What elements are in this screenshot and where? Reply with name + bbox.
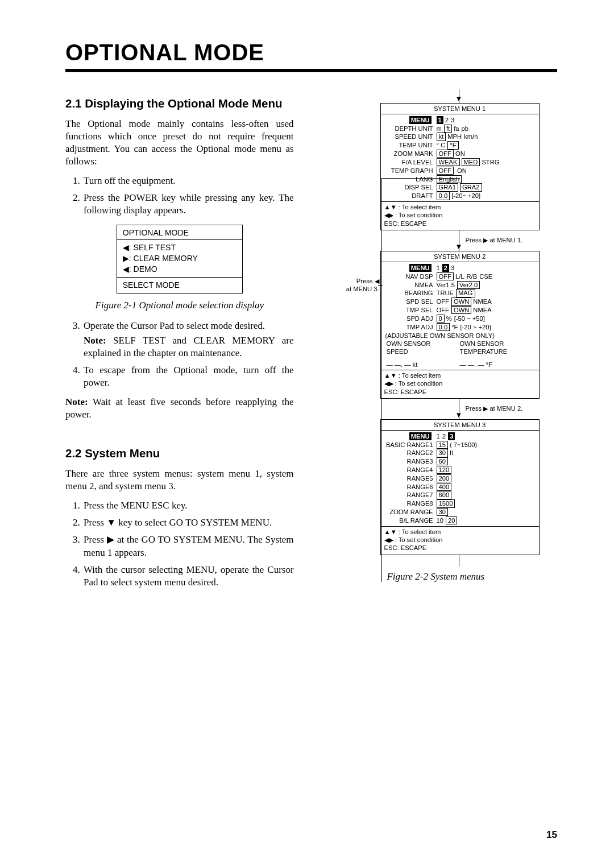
menu-row-label: RANGE2 [383,449,437,457]
menu-row: MENU123 [383,264,537,272]
step-2-2-2: Press ▼ key to select GO TO SYSTEM MENU. [82,516,294,529]
menu-row-label: TMP ADJ [383,323,437,331]
menu-value: OFF [437,167,454,175]
down-arrow-icon: ▼ [106,517,116,528]
menu-value: 200 [437,474,452,482]
menu-row: SPEED UNITktMPHkm/h [383,133,537,140]
menu-row: BASIC RANGE115( 7~1500) [383,441,537,449]
menu-row-values: OFFOWNNMEA [437,306,537,314]
connector-label-1: Press ▶ at MENU 1. [466,236,523,244]
menu-value: ft [450,449,453,456]
menu-row-values: 0%[-50 ~ +50] [437,315,537,323]
menu-row-label: DISP SEL [383,183,437,191]
menu-value: m [437,125,442,132]
menu-row-values: OFFON [437,150,537,158]
section-2-1-note: Note: Wait at least five seconds before … [65,396,294,421]
menu-row: TEMP UNIT° C°F [383,141,537,149]
menu-row-values: 30 [437,508,537,516]
menu-value: NMEA [473,307,491,313]
menu-value: km/h [464,133,478,140]
menu-value: 3 [451,117,454,123]
system-menu-2: SYSTEM MENU 2 MENU123NAV DSPOFFL/LR/BCSE… [380,251,540,399]
menu-value: WEAK [437,158,460,166]
menu-row-label: RANGE3 [383,457,437,465]
section-2-1-heading: 2.1 Displaying the Optional Mode Menu [65,96,294,111]
section-2-2-steps: Press the MENU ESC key. Press ▼ key to s… [65,499,294,589]
menu-row: ZOOM MARKOFFON [383,150,537,158]
menu-row-label: MENU [383,264,437,272]
menu-row-label: TMP SEL [383,306,437,314]
menu-value: kt [437,133,446,140]
menu-value: [-20 ~ +20] [460,324,491,330]
menu-value: L/L [455,273,464,280]
menu-row: RANGE6400 [383,483,537,491]
menu-row: B/L RANGE1020 [383,516,537,524]
menu-row-values: OFFOWNNMEA [437,297,537,305]
chapter-title: OPTIONAL MODE [65,40,557,65]
menu-value: 600 [437,491,452,499]
menu-row-values: GRA1GRA2 [437,183,537,191]
menu-value: 1 [437,264,440,271]
menu-value: STRG [482,159,499,166]
system-menu-1: SYSTEM MENU 1 MENU123DEPTH UNITmftfapbSP… [380,103,540,230]
menu-row-label: RANGE5 [383,474,437,482]
menu-row: DISP SELGRA1GRA2 [383,183,537,191]
menu-row: RANGE7600 [383,491,537,499]
menu-row: LANGEnglish [383,175,537,183]
menu-row-values: 123 [437,116,537,124]
menu-row-label: TEMP GRAPH [383,167,437,175]
menu-row-label: NAV DSP [383,272,437,280]
system-menu-2-title: SYSTEM MENU 2 [381,251,539,262]
menu-row: ZOOM RANGE30 [383,508,537,516]
menu-row: RANGE4120 [383,466,537,474]
menu-row-values: 123 [437,264,537,272]
menu-value: 2 [442,264,449,272]
menu-row: SPD ADJ0%[-50 ~ +50] [383,315,537,323]
updown-arrow-icon: ▲▼ [384,528,397,535]
menu-row-label: MENU [383,116,437,124]
menu-row: TMP ADJ0.0°F[-20 ~ +20] [383,323,537,331]
menu-value: 120 [437,466,452,474]
menu-row-values: English [437,175,537,183]
menu-value: °F [447,141,458,149]
system-menu-3: SYSTEM MENU 3 MENU123BASIC RANGE115( 7~1… [380,419,540,555]
updown-arrow-icon: ▲▼ [384,372,397,379]
menu-row-values: Ver1.5Ver2.0 [437,281,537,289]
optional-mode-title: OPTIONAL MODE [117,225,242,239]
system-menu-3-title: SYSTEM MENU 3 [381,420,539,430]
menu-value: Ver1.5 [437,282,455,288]
menu-value: ON [455,167,467,174]
menu-row: MENU123 [383,116,537,124]
menu-row: RANGE230ft [383,449,537,457]
menu-value: fa [454,125,459,132]
menu-row-values: 120 [437,466,537,474]
menu-row: NMEAVer1.5Ver2.0 [383,281,537,289]
menu-row-label: RANGE6 [383,483,437,491]
section-2-1-intro: The Optional mode mainly contains less-o… [65,118,294,168]
menu-row-label: DEPTH UNIT [383,125,437,133]
menu-value: % [446,315,452,322]
menu-row-label: RANGE4 [383,466,437,474]
menu-row: MENU123 [383,432,537,440]
system-menu-1-title: SYSTEM MENU 1 [381,104,539,114]
left-arrow-icon: ◀ [123,243,129,252]
page-number: 15 [546,829,557,841]
menu-row-label: LANG [383,175,437,183]
system-menu-2-body: MENU123NAV DSPOFFL/LR/BCSENMEAVer1.5Ver2… [381,262,539,369]
menu-row-values: ktMPHkm/h [437,133,537,140]
menu-row-values: WEAKMEDSTRG [437,158,537,166]
menu-value: 1 [437,116,443,124]
menu-value: 2 [445,117,449,123]
step-2-1-3-note: Note: SELF TEST and CLEAR MEMORY are exp… [84,334,294,359]
menu-row-values: 0.0[-20~ +20] [437,192,537,200]
step-2-2-1: Press the MENU ESC key. [82,499,294,512]
menu-row: SPD SELOFFOWNNMEA [383,297,537,305]
menu-row-values: 15( 7~1500) [437,441,537,449]
sm2-speed-value: — —. — kt [387,361,460,369]
updown-arrow-icon: ▲▼ [384,204,397,210]
menu-row: DEPTH UNITmftfapb [383,125,537,133]
menu-row-values: 400 [437,483,537,491]
sm2-temp-label: TEMPERATURE [460,348,533,356]
menu-row: TEMP GRAPHOFF ON [383,167,537,175]
right-arrow-icon: ▶ [123,254,129,263]
